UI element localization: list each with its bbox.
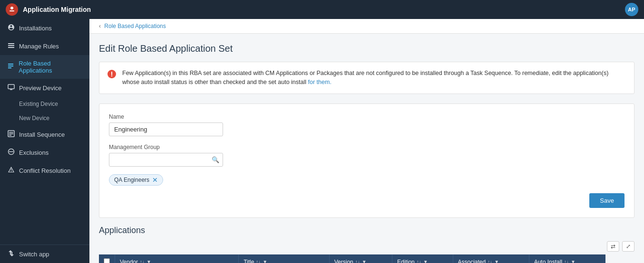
th-edition: Edition ↑↓ ▼ — [392, 254, 453, 263]
user-avatar[interactable]: AP — [625, 3, 638, 16]
form-section: Name Management Group 🔍 QA Engineers ✕ — [99, 103, 634, 218]
svg-rect-3 — [8, 45, 14, 46]
version-filter[interactable]: ▼ — [362, 259, 367, 263]
qa-engineers-tag: QA Engineers ✕ — [109, 174, 163, 186]
breadcrumb-chevron: ‹ — [99, 23, 101, 29]
version-sort[interactable]: ↑↓ — [355, 259, 360, 263]
switch-app-label: Switch app — [19, 251, 49, 258]
svg-rect-14 — [11, 171, 11, 172]
applications-section-title: Applications — [99, 225, 634, 235]
auto-install-sort[interactable]: ↑↓ — [564, 259, 569, 263]
associated-sort[interactable]: ↑↓ — [488, 259, 492, 263]
install-sequence-icon — [7, 130, 15, 139]
warning-icon — [107, 69, 117, 81]
switch-app-button[interactable]: Switch app — [0, 244, 89, 263]
svg-rect-8 — [9, 132, 13, 133]
management-group-label: Management Group — [109, 144, 624, 150]
sidebar-item-conflict-resolution[interactable]: Conflict Resolution — [0, 161, 89, 179]
tag-remove-button[interactable]: ✕ — [152, 176, 158, 184]
edition-filter[interactable]: ▼ — [423, 259, 428, 263]
sidebar-label-installations: Installations — [19, 25, 52, 32]
title-sort[interactable]: ↑↓ — [256, 259, 261, 263]
th-version: Version ↑↓ ▼ — [329, 254, 392, 263]
svg-rect-16 — [111, 72, 112, 75]
svg-rect-5 — [8, 85, 14, 89]
role-based-icon — [7, 63, 15, 71]
svg-rect-13 — [11, 169, 11, 171]
preview-device-icon — [7, 84, 15, 92]
switch-app-icon — [7, 250, 15, 258]
sidebar-item-role-based-applications[interactable]: Role Based Applications — [0, 55, 89, 79]
name-input[interactable] — [109, 122, 223, 136]
management-group-input-wrapper: 🔍 — [109, 153, 223, 167]
th-auto-install: Auto Install ↑↓ ▼ — [529, 254, 605, 263]
save-row: Save — [109, 193, 624, 208]
sidebar-label-role-based: Role Based Applications — [19, 60, 83, 74]
sidebar-item-manage-rules[interactable]: Manage Rules — [0, 37, 89, 55]
associated-filter[interactable]: ▼ — [494, 259, 499, 263]
svg-rect-4 — [8, 47, 14, 48]
sidebar-item-installations[interactable]: Installations — [0, 19, 89, 37]
management-group-input[interactable] — [109, 153, 223, 167]
breadcrumb[interactable]: ‹ Role Based Applications — [89, 19, 644, 34]
conflict-resolution-icon — [7, 166, 15, 175]
search-icon: 🔍 — [212, 156, 219, 163]
th-title: Title ↑↓ ▼ — [239, 254, 330, 263]
sidebar-item-preview-device[interactable]: Preview Device — [0, 79, 89, 97]
sidebar-label-manage-rules: Manage Rules — [19, 43, 59, 50]
th-associated: Associated ↑↓ ▼ — [453, 254, 529, 263]
save-button[interactable]: Save — [589, 193, 624, 208]
table-wrapper: Vendor ↑↓ ▼ Title ↑↓ ▼ — [99, 254, 605, 263]
auto-install-filter[interactable]: ▼ — [571, 259, 576, 263]
management-group-group: Management Group 🔍 — [109, 144, 624, 167]
svg-rect-1 — [10, 10, 14, 11]
sidebar-item-new-device[interactable]: New Device — [0, 111, 89, 125]
breadcrumb-parent: Role Based Applications — [104, 23, 166, 29]
svg-rect-10 — [9, 135, 11, 136]
select-all-checkbox[interactable] — [104, 258, 110, 263]
sidebar-item-install-sequence[interactable]: Install Sequence — [0, 125, 89, 143]
app-logo — [6, 3, 18, 16]
sidebar-label-exclusions: Exclusions — [19, 149, 49, 156]
svg-rect-17 — [111, 75, 112, 76]
app-title: Application Migration — [23, 6, 625, 13]
sidebar-label-install-sequence: Install Sequence — [19, 131, 65, 138]
warning-text: Few Application(s) in this RBA set are a… — [122, 69, 626, 87]
topbar: Application Migration AP — [0, 0, 644, 19]
table-container: Vendor ↑↓ ▼ Title ↑↓ ▼ — [99, 254, 634, 263]
content-area: Edit Role Based Application Set Few Appl… — [89, 34, 644, 263]
applications-table: Vendor ↑↓ ▼ Title ↑↓ ▼ — [99, 254, 605, 263]
new-device-label: New Device — [19, 115, 49, 122]
sidebar: Installations Manage Rules Role Based Ap… — [0, 19, 89, 263]
svg-rect-9 — [9, 133, 13, 134]
name-label: Name — [109, 113, 624, 120]
tag-label: QA Engineers — [114, 177, 149, 183]
vendor-filter[interactable]: ▼ — [146, 259, 151, 263]
exclusions-icon — [7, 148, 15, 157]
edition-sort[interactable]: ↑↓ — [417, 259, 421, 263]
expand-button[interactable]: ⤢ — [622, 241, 634, 252]
vendor-sort[interactable]: ↑↓ — [140, 259, 145, 263]
sidebar-item-exclusions[interactable]: Exclusions — [0, 143, 89, 161]
arrows-button[interactable]: ⇄ — [607, 241, 619, 252]
page-title: Edit Role Based Application Set — [99, 43, 634, 54]
svg-rect-2 — [8, 43, 14, 44]
warning-box: Few Application(s) in this RBA set are a… — [99, 62, 634, 94]
sidebar-label-preview-device: Preview Device — [19, 85, 62, 92]
title-filter[interactable]: ▼ — [263, 259, 267, 263]
svg-point-0 — [10, 7, 13, 9]
th-checkbox — [99, 254, 115, 263]
table-header-row: Vendor ↑↓ ▼ Title ↑↓ ▼ — [99, 254, 605, 263]
tags-group: QA Engineers ✕ — [109, 174, 624, 186]
name-group: Name — [109, 113, 624, 136]
existing-device-label: Existing Device — [19, 101, 58, 107]
table-toolbar: ⇄ ⤢ — [99, 241, 634, 252]
svg-rect-6 — [10, 89, 12, 90]
manage-rules-icon — [7, 42, 15, 50]
main-layout: Installations Manage Rules Role Based Ap… — [0, 19, 644, 263]
sidebar-item-existing-device[interactable]: Existing Device — [0, 97, 89, 111]
warning-link[interactable]: for them. — [308, 79, 332, 85]
sidebar-label-conflict-resolution: Conflict Resolution — [19, 167, 70, 174]
installations-icon — [7, 24, 15, 32]
th-vendor: Vendor ↑↓ ▼ — [115, 254, 239, 263]
